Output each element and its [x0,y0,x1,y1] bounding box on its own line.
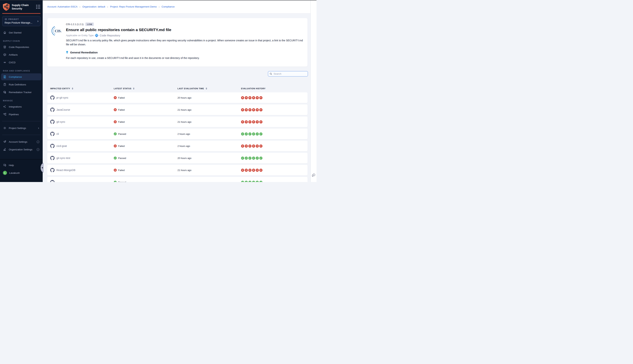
code-repository-icon [3,45,7,49]
evaluation-history [241,104,263,115]
failed-icon [245,169,248,172]
sidebar-item-pipelines[interactable]: Pipelines [1,111,42,118]
sidebar-item-get-started[interactable]: Get Started [1,29,42,36]
column-header-impacted-entity[interactable]: IMPACTED ENTITY [50,88,73,90]
table-row[interactable]: cicd-goat Failed 2 hours ago [47,141,308,151]
sidebar-item-user[interactable]: L Lavakush [1,170,42,176]
search-input[interactable] [273,72,306,75]
failed-icon [241,108,244,112]
column-header-evaluation-history: EVALUATION HISTORY [241,88,266,90]
sort-icon[interactable] [133,88,134,90]
failed-icon [248,108,252,112]
sidebar-item-help[interactable]: ? Help [1,162,42,169]
status-icon [114,108,117,111]
main-content: Account: Automation-SSCA Organization: d… [43,0,316,182]
entity-name-link[interactable]: JavaCourse [56,108,70,111]
support-chat-icon[interactable] [312,173,316,177]
sidebar-item-account-settings[interactable]: Account Settings i [1,138,42,145]
breadcrumb-bar: Account: Automation-SSCA Organization: d… [43,0,316,14]
app-switcher-grid-icon[interactable] [36,5,40,9]
sidebar-item-cicd[interactable]: ∞ CI/CD [1,59,42,66]
info-icon[interactable]: i [37,148,39,151]
failed-icon [252,96,255,99]
status-icon [114,156,117,160]
sidebar-nav: Get Started SUPPLY CHAIN Code Repositori… [0,29,43,153]
status-icon [114,132,117,135]
sort-icon[interactable] [72,88,73,90]
sidebar-item-artifacts[interactable]: Artifacts [1,51,42,58]
window-top-edge [0,0,316,0]
sidebar-item-compliance[interactable]: Compliance [1,73,42,80]
chevron-right-icon: › [37,19,39,23]
last-evaluation-time: 2 hours ago [177,141,190,151]
table-row[interactable]: pr-git-sync Failed 20 hours ago [47,92,308,103]
passed-icon [256,181,259,182]
table-row-partial[interactable]: Passed [47,177,308,182]
table-row[interactable]: git-sync-test Passed 20 hours ago [47,153,308,163]
github-icon [50,96,55,100]
layers-gear-icon [3,140,7,144]
passed-icon [259,132,263,136]
sidebar-item-remediation-tracker[interactable]: Remediation Tracker [1,89,42,96]
info-icon[interactable]: i [37,140,39,143]
entity-name-link[interactable]: git-sync-test [56,156,70,160]
document-search-icon [3,75,7,78]
column-header-last-evaluation-time[interactable]: LAST EVALUATION TIME [177,88,207,90]
failed-icon [248,120,252,124]
entity-type-line: Applicable on Entity Type </> Code Repos… [66,34,120,37]
last-evaluation-time: 21 hours ago [177,165,191,176]
section-label-manage: MANAGE [0,96,43,103]
failed-icon [241,96,244,99]
column-header-latest-status[interactable]: LATEST STATUS [114,88,134,90]
severity-badge: LOW [85,22,94,26]
last-evaluation-time: 21 hours ago [177,104,191,115]
passed-icon [252,132,255,136]
breadcrumb-project[interactable]: Project: Repo Posture Management Demo [110,5,157,8]
table-row[interactable]: JavaCourse Failed 21 hours ago [47,104,308,115]
sort-icon[interactable] [206,88,207,90]
sidebar-header: Supply Chain Security [0,0,43,11]
table-row[interactable]: git-sync Failed 21 hours ago [47,116,308,127]
rule-title: Ensure all public repositories contain a… [66,28,171,32]
sidebar-item-project-settings[interactable]: Project Settings › [1,124,42,132]
failed-icon [248,144,252,148]
entity-name-link[interactable]: git-sync [56,120,65,123]
failed-icon [252,120,255,124]
breadcrumb: Account: Automation-SSCA Organization: d… [47,5,174,8]
sidebar-item-organization-settings[interactable]: Organization Settings i [1,146,42,153]
evaluation-history [241,141,263,151]
failed-icon [252,108,255,112]
passed-icon [248,156,252,160]
project-cube-icon [5,18,7,20]
passed-icon [256,132,259,136]
failed-icon [259,96,263,99]
table-row[interactable]: React-MongoDB Failed 21 hours ago [47,165,308,176]
sidebar-item-rule-definitions[interactable]: Rule Definitions [1,81,42,88]
entity-name-link[interactable]: cli [56,132,59,135]
failed-icon [245,120,248,124]
breadcrumb-compliance[interactable]: Compliance [161,5,174,8]
status-label: Passed [118,181,126,182]
entity-name-link[interactable]: pr-git-sync [56,96,68,99]
breadcrumb-organization[interactable]: Organization: default [82,5,105,8]
entity-name-link[interactable]: React-MongoDB [56,169,75,172]
project-label: PROJECT [9,18,19,20]
passed-icon [256,156,259,160]
status-icon [114,144,117,148]
project-selector[interactable]: PROJECT Repo Posture Manage... › [2,16,41,26]
failed-icon [259,108,263,112]
sidebar-item-code-repositories[interactable]: Code Repositories [1,44,42,50]
entity-type-label: Applicable on Entity Type [66,34,94,37]
search-box[interactable] [268,71,308,76]
table-row[interactable]: cli Passed 2 hours ago [47,128,308,139]
remediation-heading: General Remediation [66,51,98,54]
rule-description: SECURITY.md file is a security policy fi… [66,38,303,46]
passed-icon [259,156,263,160]
entity-name-link[interactable]: cicd-goat [56,144,67,148]
breadcrumb-account[interactable]: Account: Automation-SSCA [47,5,78,8]
status-label: Failed [118,120,125,123]
sidebar-item-integrations[interactable]: Integrations [1,103,42,110]
passed-icon [252,156,255,160]
github-icon [50,180,55,182]
last-evaluation-time: 20 hours ago [177,92,191,103]
